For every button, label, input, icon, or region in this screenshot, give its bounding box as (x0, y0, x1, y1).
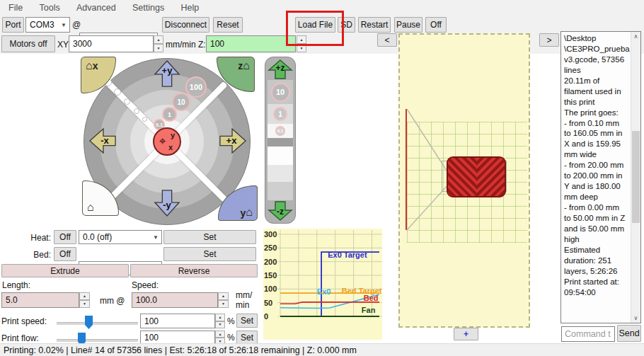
z-jog-column: +z 10 1 0.1 -z (265, 57, 296, 224)
pause-button[interactable]: Pause (394, 17, 422, 33)
heat-off-button[interactable]: Off (54, 230, 76, 244)
svg-text:150: 150 (264, 271, 277, 280)
heat-set-button[interactable]: Set (163, 230, 256, 244)
jog-minus-y-label: -y (154, 200, 180, 210)
port-button[interactable]: Port (2, 17, 24, 33)
z-feed-spinner[interactable]: ▲ ▼ (297, 35, 306, 52)
spin-up-icon[interactable]: ▲ (218, 292, 229, 300)
disconnect-button[interactable]: Disconnect (162, 17, 209, 33)
menu-bar: File Tools Advanced Settings Help (0, 0, 644, 16)
crosshair-icon: ⌖ (159, 134, 166, 149)
spin-up-icon[interactable]: ▲ (79, 292, 90, 300)
print-flow-label: Print flow: (1, 333, 39, 343)
z-band-down-01[interactable] (268, 147, 293, 165)
jog-minus-z-label: -z (268, 207, 293, 217)
port-select[interactable]: COM3 ▼ (25, 17, 70, 33)
jog-plus-y-button[interactable]: +y (154, 59, 180, 88)
spin-down-icon[interactable]: ▼ (79, 300, 90, 308)
jog-minus-y-button[interactable]: -y (154, 188, 180, 218)
print-speed-slider-thumb[interactable] (85, 316, 93, 329)
spin-down-icon[interactable]: ▼ (218, 300, 229, 308)
print-speed-slider[interactable] (57, 322, 138, 325)
scroll-down-icon[interactable]: ∨ (631, 314, 640, 323)
extrude-length-input[interactable]: 5.0 (1, 292, 79, 308)
z-feed-input[interactable]: 100 (206, 35, 296, 52)
jog-distance-100[interactable]: 100 (185, 76, 207, 98)
menu-tools[interactable]: Tools (33, 0, 67, 16)
temperature-graph: 300250200150100500Ex0 TargetEx0Bed Targe… (263, 229, 382, 340)
scrollbar-thumb[interactable] (632, 131, 640, 223)
menu-advanced[interactable]: Advanced (69, 0, 123, 16)
jog-minus-z-button[interactable]: -z (268, 200, 293, 222)
z-band-down-10[interactable] (268, 182, 293, 200)
print-speed-input[interactable]: 100 (140, 314, 215, 328)
spin-up-icon[interactable]: ▲ (215, 314, 225, 321)
menu-settings[interactable]: Settings (125, 0, 171, 16)
bed-label: Bed: (21, 250, 51, 260)
bed-off-button[interactable]: Off (54, 247, 76, 261)
scroll-up-icon[interactable]: ∧ (631, 32, 640, 41)
extrude-speed-spinner[interactable]: ▲ ▼ (218, 292, 229, 308)
layer-next-button[interactable]: > (539, 33, 559, 47)
extrude-length-spinner[interactable]: ▲ ▼ (79, 292, 90, 308)
svg-text:Ex0 Target: Ex0 Target (328, 251, 367, 259)
baud-at-label: @ (72, 20, 81, 30)
print-speed-set-button[interactable]: Set (236, 314, 258, 328)
log-scrollbar[interactable]: ∧ ∨ (631, 32, 640, 323)
print-flow-input[interactable]: 100 (140, 331, 215, 345)
home-x-label: x (93, 60, 98, 71)
command-input[interactable] (561, 326, 615, 342)
menu-file[interactable]: File (1, 0, 30, 16)
printed-object (447, 156, 506, 197)
bed-set-button[interactable]: Set (163, 247, 256, 261)
print-flow-spinner[interactable]: ▲ ▼ (215, 331, 225, 345)
xy-feed-input[interactable]: 3000 (69, 35, 154, 52)
menu-help[interactable]: Help (174, 0, 207, 16)
sd-button[interactable]: SD (338, 17, 355, 33)
z-distance-10[interactable]: 10 (268, 80, 293, 104)
spin-up-icon[interactable]: ▲ (154, 35, 163, 44)
load-file-button[interactable]: Load File (295, 17, 335, 33)
send-button[interactable]: Send (617, 325, 641, 342)
jog-plus-x-button[interactable]: +x (218, 127, 248, 154)
print-flow-percent: % (227, 333, 235, 343)
heat-temp-value: 0.0 (off) (83, 232, 112, 242)
z-feed-label: mm/min Z: (166, 40, 206, 50)
port-select-value: COM3 (30, 20, 54, 30)
go-center-button[interactable]: ⌖ y x (153, 127, 181, 156)
home-icon: ⌂ (243, 59, 250, 71)
restart-button[interactable]: Restart (358, 17, 391, 33)
reverse-button[interactable]: Reverse (130, 264, 258, 277)
z-distance-01[interactable]: 0.1 (268, 124, 293, 138)
spin-up-icon[interactable]: ▲ (297, 35, 306, 44)
spin-up-icon[interactable]: ▲ (215, 331, 225, 338)
jog-pad: 100 10 1 0.1 +y -y -x +x ⌂x z⌂ ⌂ (71, 57, 263, 229)
spin-down-icon[interactable]: ▼ (154, 44, 163, 52)
speed-label: Speed: (132, 280, 159, 290)
svg-text:0: 0 (264, 312, 268, 321)
jog-minus-x-button[interactable]: -x (88, 127, 117, 154)
reset-button[interactable]: Reset (213, 17, 243, 33)
print-flow-set-button[interactable]: Set (236, 331, 258, 344)
off-button[interactable]: Off (425, 17, 447, 33)
spin-down-icon[interactable]: ▼ (297, 44, 306, 52)
mm-at-label: mm @ (100, 296, 125, 306)
print-flow-slider[interactable] (57, 339, 138, 342)
heat-temp-select[interactable]: 0.0 (off) ▼ (79, 230, 162, 244)
z-band-down-1[interactable] (268, 165, 293, 182)
spin-down-icon[interactable]: ▼ (215, 321, 225, 329)
gcode-viewer[interactable] (398, 33, 530, 328)
zoom-in-button[interactable]: + (454, 328, 478, 340)
xy-feed-spinner[interactable]: ▲ ▼ (154, 35, 163, 52)
z-distance-1[interactable]: 1 (268, 104, 293, 124)
extrude-button[interactable]: Extrude (1, 264, 129, 277)
motors-off-button[interactable]: Motors off (1, 35, 55, 52)
jog-plus-z-button[interactable]: +z (268, 59, 293, 80)
jog-dot (134, 108, 139, 114)
layer-prev-button[interactable]: < (377, 33, 397, 47)
extrude-speed-input[interactable]: 100.0 (132, 292, 218, 308)
print-speed-percent: % (227, 316, 235, 326)
jog-distance-1[interactable]: 1 (162, 107, 177, 122)
jog-dot (142, 117, 147, 122)
print-speed-spinner[interactable]: ▲ ▼ (215, 314, 225, 328)
